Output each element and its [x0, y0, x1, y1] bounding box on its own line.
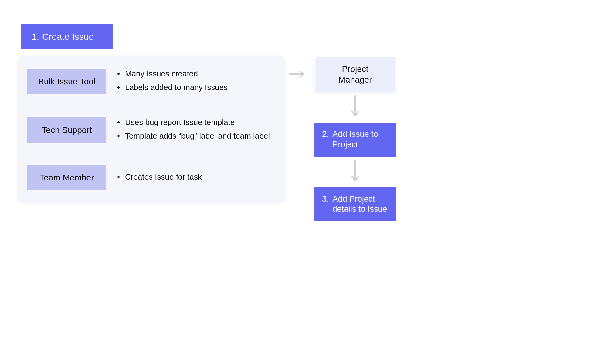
step-3-box: 3. Add Project details to Issue — [314, 187, 396, 221]
step-2-text: Add Issue to Project — [333, 129, 388, 150]
arrow-down-icon — [351, 92, 359, 123]
arrow-right-icon — [289, 70, 306, 78]
actor-bullets: Many Issues created Labels added to many… — [117, 68, 228, 95]
actor-bulk-issue-tool: Bulk Issue Tool — [27, 69, 106, 94]
actor-bullets: Creates Issue for task — [117, 171, 202, 185]
bullet-item: Many Issues created — [117, 68, 228, 80]
bullet-item: Uses bug report Issue template — [117, 116, 270, 128]
project-manager-box: Project Manager — [316, 57, 395, 92]
actor-row: Tech Support Uses bug report Issue templ… — [27, 116, 276, 144]
arrow-to-receiver — [285, 24, 310, 221]
bullet-item: Creates Issue for task — [117, 171, 202, 183]
step-3-text: Add Project details to Issue — [333, 194, 388, 215]
right-column: Project Manager 2. Add Issue to Project … — [310, 24, 401, 221]
step-3-number: 3. — [322, 194, 329, 204]
actor-row: Team Member Creates Issue for task — [27, 165, 276, 190]
actor-row: Bulk Issue Tool Many Issues created Labe… — [27, 68, 276, 95]
actor-tech-support: Tech Support — [27, 117, 106, 143]
step-1-header: 1. Create Issue — [21, 24, 113, 49]
left-column: 1. Create Issue Bulk Issue Tool Many Iss… — [18, 24, 285, 221]
step-2-number: 2. — [322, 129, 329, 140]
actor-team-member: Team Member — [27, 165, 106, 190]
step-2-box: 2. Add Issue to Project — [314, 123, 396, 157]
workflow-diagram: 1. Create Issue Bulk Issue Tool Many Iss… — [18, 24, 589, 221]
actor-bullets: Uses bug report Issue template Template … — [117, 116, 270, 144]
step-1-number: 1. — [32, 32, 39, 42]
bullet-item: Labels added to many Issues — [117, 82, 228, 93]
bullet-item: Template adds “bug” label and team label — [117, 130, 270, 142]
arrow-down-icon — [351, 157, 359, 187]
step-1-label: Create Issue — [42, 32, 94, 42]
actors-panel: Bulk Issue Tool Many Issues created Labe… — [18, 56, 285, 203]
